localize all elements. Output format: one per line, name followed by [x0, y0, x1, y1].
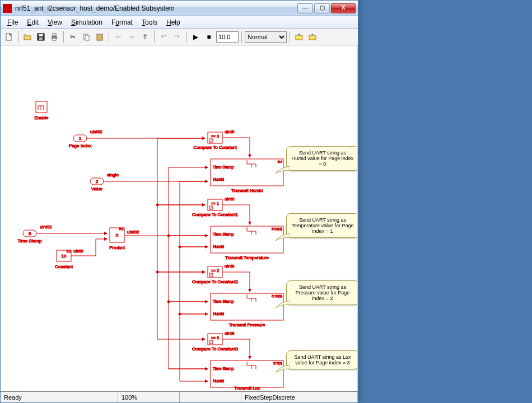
svg-text:2: 2	[96, 179, 99, 184]
menu-edit[interactable]: Edit	[22, 17, 43, 28]
menu-simulation[interactable]: Simulation	[67, 17, 107, 28]
sim-mode-select[interactable]: Normal	[245, 31, 287, 43]
svg-text:Humid: Humid	[213, 379, 224, 383]
svg-text:single: single	[107, 172, 119, 177]
svg-text:uint8: uint8	[225, 331, 235, 336]
print-icon[interactable]	[48, 31, 60, 43]
paste-icon[interactable]	[94, 31, 106, 43]
enable-label: Enable	[35, 115, 49, 120]
svg-rect-6	[53, 38, 56, 40]
status-solver: FixedStepDiscrete	[241, 392, 358, 402]
close-button[interactable]: X	[331, 3, 356, 13]
xmit0-label: Transmit Humid	[231, 188, 263, 193]
redo-icon[interactable]: ↷	[171, 31, 183, 43]
svg-point-54	[167, 235, 170, 237]
svg-text:×: ×	[115, 232, 119, 238]
svg-point-52	[179, 246, 181, 248]
menu-tools[interactable]: Tools	[137, 17, 162, 28]
svg-point-53	[179, 313, 181, 315]
copy-icon[interactable]	[80, 31, 92, 43]
svg-text:1: 1	[79, 136, 82, 141]
inport1-label: Page Index	[69, 143, 91, 148]
product-label: Product	[109, 245, 125, 250]
svg-text:uint8: uint8	[225, 129, 235, 134]
compare3-label: Compare To Constant3	[192, 346, 239, 352]
sim-time-input[interactable]	[216, 31, 239, 43]
svg-text:Time Stamp: Time Stamp	[213, 165, 234, 170]
svg-text:Humid: Humid	[213, 177, 224, 181]
titlebar[interactable]: nrf51_ant_i2csensor_host_demo/Enabled Su…	[1, 1, 358, 16]
svg-point-55	[167, 301, 170, 303]
status-blank	[180, 392, 241, 402]
build-icon[interactable]	[293, 31, 305, 43]
play-icon[interactable]: ▶	[189, 31, 202, 43]
svg-text:uint32: uint32	[127, 229, 139, 235]
app-window: nrf51_ant_i2csensor_host_demo/Enabled Su…	[0, 0, 358, 403]
undo-icon[interactable]: ↶	[157, 31, 170, 43]
window-title: nrf51_ant_i2csensor_host_demo/Enabled Su…	[15, 4, 297, 12]
inport2-label: Value	[91, 186, 102, 191]
callout-temperature: Send UART string as Temperature value fo…	[286, 213, 358, 238]
nav-up-icon[interactable]: ⇧	[139, 31, 151, 43]
svg-text:uint8: uint8	[73, 249, 83, 254]
svg-text:== 1: == 1	[211, 202, 219, 205]
xmit1-label: Transmit Temperature	[225, 255, 269, 260]
svg-text:Humid: Humid	[213, 312, 224, 316]
model-canvas[interactable]: Enable 1 uint32 Page Index 2 single Valu…	[1, 45, 358, 391]
menu-view[interactable]: View	[43, 17, 67, 28]
minimize-button[interactable]: —	[297, 3, 313, 13]
svg-rect-8	[85, 35, 89, 40]
menubar: File Edit View Simulation Format Tools H…	[1, 16, 358, 29]
stop-icon[interactable]: ■	[203, 31, 215, 43]
statusbar: Ready 100% FixedStepDiscrete	[1, 391, 358, 402]
status-ready: Ready	[1, 392, 118, 402]
svg-text:== 3: == 3	[211, 336, 219, 340]
menu-file[interactable]: File	[3, 17, 22, 28]
maximize-button[interactable]: ▢	[314, 3, 330, 13]
svg-text:== 2: == 2	[211, 269, 219, 273]
svg-text:5:1: 5:1	[119, 227, 124, 231]
svg-text:uint8: uint8	[225, 196, 235, 202]
app-icon	[3, 4, 12, 13]
svg-text:Time Stamp: Time Stamp	[213, 232, 234, 237]
nav-fwd-icon[interactable]: ⇨	[125, 31, 138, 43]
callout-lux: Send UART string as Lux value for Page i…	[286, 350, 358, 369]
svg-point-50	[156, 204, 158, 206]
svg-text:5:0: 5:0	[67, 250, 72, 253]
compare2-label: Compare To Constant2	[192, 279, 239, 284]
xmit2-label: Transmit Pressure	[228, 322, 265, 327]
svg-text:uint8: uint8	[225, 264, 235, 269]
save-icon[interactable]	[35, 31, 47, 43]
svg-rect-2	[39, 34, 43, 36]
svg-text:uint32: uint32	[40, 224, 52, 229]
nav-back-icon[interactable]: ⇦	[112, 31, 124, 43]
svg-text:uint32: uint32	[90, 129, 102, 134]
svg-text:Time Stamp: Time Stamp	[213, 299, 234, 304]
compare1-label: Compare To Constant1	[192, 212, 239, 217]
svg-text:10: 10	[62, 254, 67, 259]
toolbar: ✂ ⇦ ⇨ ⇧ ↶ ↷ ▶ ■ Normal	[1, 29, 358, 45]
new-file-icon[interactable]	[3, 31, 15, 43]
svg-rect-5	[53, 34, 56, 36]
xmit3-label: Transmit Lux	[234, 386, 260, 391]
enable-block[interactable]	[36, 101, 47, 113]
constant-label: Constant	[55, 264, 73, 269]
compare0-label: Compare To Constant	[193, 145, 237, 150]
svg-text:3: 3	[29, 231, 31, 236]
callout-pressure: Send UART string as Pressure value for P…	[286, 280, 358, 305]
inport3-label: Time Stamp	[18, 238, 42, 243]
svg-rect-3	[39, 38, 43, 40]
svg-rect-12	[298, 34, 300, 35]
cut-icon[interactable]: ✂	[67, 31, 79, 43]
callout-humid: Send UART string as Humid value for Page…	[286, 146, 358, 171]
open-folder-icon[interactable]	[21, 31, 34, 43]
status-zoom: 100%	[118, 392, 180, 402]
svg-rect-10	[98, 34, 101, 35]
svg-text:Time Stamp: Time Stamp	[213, 367, 234, 371]
svg-rect-11	[296, 35, 302, 40]
svg-text:== 0: == 0	[211, 134, 219, 138]
menu-help[interactable]: Help	[162, 17, 185, 28]
build-incremental-icon[interactable]	[306, 31, 319, 43]
svg-text:Humid: Humid	[213, 245, 224, 249]
menu-format[interactable]: Format	[107, 17, 137, 28]
